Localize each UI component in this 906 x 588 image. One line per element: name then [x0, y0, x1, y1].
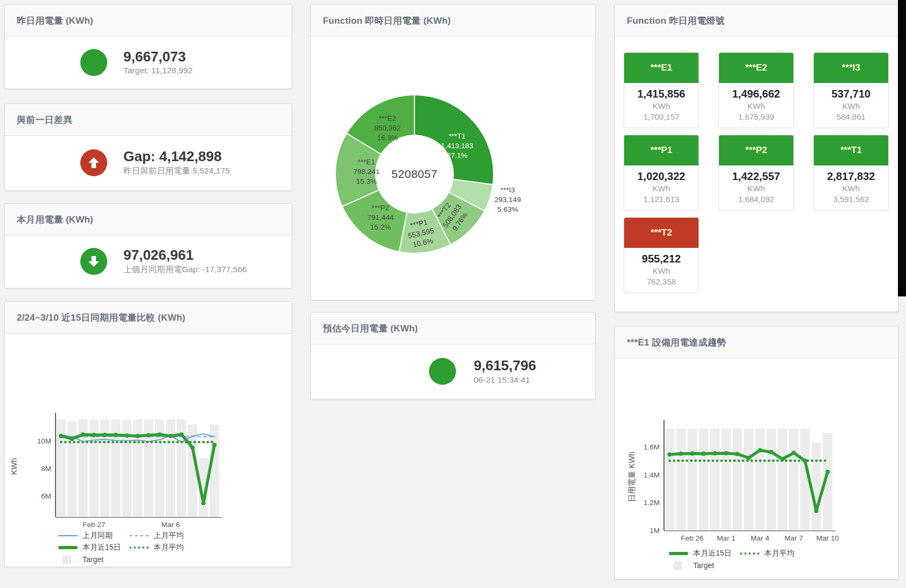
stat-value: 9,615,796 — [474, 358, 536, 373]
legend-item-green-thick[interactable]: 本月近15日 — [58, 543, 129, 552]
tile-value: 1,422,557 — [720, 169, 792, 183]
tile-status-header: ***E1 — [624, 53, 698, 83]
svg-text:6M: 6M — [41, 492, 51, 500]
svg-text:Mar 10: Mar 10 — [817, 534, 839, 542]
tile-value: 2,817,832 — [815, 169, 887, 183]
legend-item-gray-square[interactable]: Target — [669, 561, 740, 570]
panel-realtime-donut: Function 即時日用電量 (KWh) 5208057***T11,413,… — [310, 4, 596, 300]
panel-title: 與前一日差異 — [17, 114, 72, 126]
donut-segment-label-E2: ***E2850,36216.3% — [375, 114, 401, 142]
gray-square-swatch-icon — [674, 562, 682, 570]
red-up-arrow-icon — [80, 149, 107, 176]
stat-body: 9,615,796 06-21 15:34:41 — [311, 344, 595, 398]
tile-unit: KWh — [625, 183, 697, 194]
panel-header: 昨日用電量 (KWh) — [5, 5, 292, 37]
scrollbar[interactable] — [898, 0, 906, 296]
legend-item-green-thick[interactable]: 本月近15日 — [669, 549, 740, 558]
blue-line-swatch-icon — [58, 535, 78, 536]
gray-square-swatch-icon — [63, 556, 71, 564]
donut-segment-label-P1: ***P1553,59510.6% — [405, 217, 437, 250]
legend-item-gray-square[interactable]: Target — [58, 555, 129, 564]
lights-grid: ***E11,415,856KWh1,700,157***E21,496,662… — [624, 52, 889, 293]
stat-subtitle: Target: 11,128,992 — [123, 66, 192, 75]
tile-value: 1,496,662 — [720, 87, 792, 101]
tile-status-header: ***P2 — [719, 135, 793, 165]
legend-item-green-dots[interactable]: 本月平均 — [740, 549, 811, 558]
tile-status-header: ***I3 — [814, 53, 888, 83]
svg-text:Mar 4: Mar 4 — [751, 534, 770, 542]
stat-subtitle: 06-21 15:34:41 — [474, 375, 536, 385]
tile-value: 1,415,856 — [625, 87, 697, 101]
svg-text:1M: 1M — [649, 527, 660, 535]
svg-text:1.4M: 1.4M — [644, 471, 660, 479]
chart-body: 1M1.2M1.4M1.6MFeb 26Mar 1Mar 4Mar 7Mar 1… — [615, 358, 898, 579]
legend-item-blue-line[interactable]: 上月同期 — [58, 531, 129, 541]
stat-body: 9,667,073 Target: 11,128,992 — [5, 37, 292, 88]
tile-status-header: ***E2 — [719, 53, 793, 83]
svg-text:1.2M: 1.2M — [644, 499, 660, 507]
legend-label: 上月同期 — [82, 531, 113, 541]
stat-value: Gap: 4,142,898 — [123, 149, 230, 164]
tile-unit: KWh — [625, 266, 697, 276]
tile-status-header: ***T2 — [624, 218, 698, 248]
svg-text:Mar 6: Mar 6 — [161, 521, 180, 529]
light-tile-T2: ***T2955,212KWh762,358 — [624, 217, 699, 293]
stat-body: Gap: 4,142,898 昨日與前日用電量 5,524,175 — [5, 136, 292, 190]
panel-header: Function 昨日用電燈號 — [615, 5, 898, 37]
light-tile-E1: ***E11,415,856KWh1,700,157 — [624, 52, 699, 128]
legend-label: Target — [693, 561, 714, 570]
svg-text:10M: 10M — [37, 437, 51, 445]
panel-header: 本月用電量 (KWh) — [5, 204, 292, 236]
stat-value: 97,026,961 — [123, 247, 247, 263]
panel-yesterday-usage: 昨日用電量 (KWh) 9,667,073 Target: 11,128,992 — [4, 4, 292, 89]
tile-body: 955,212KWh762,358 — [624, 248, 698, 293]
e1-trend-line-chart: 1M1.2M1.4M1.6MFeb 26Mar 1Mar 4Mar 7Mar 1… — [615, 358, 898, 550]
light-tile-T1: ***T12,817,832KWh3,591,562 — [813, 135, 889, 211]
donut-chart: 5208057***T11,413,18327.1%***I3293,1495.… — [311, 5, 595, 300]
tile-value: 955,212 — [625, 252, 697, 266]
tile-value: 537,710 — [815, 87, 887, 101]
panel-gap-prev-day: 與前一日差異 Gap: 4,142,898 昨日與前日用電量 5,524,175 — [4, 103, 292, 191]
donut-segment-label-E1: ***E1798,24115.3% — [354, 157, 380, 186]
green-thick-swatch-icon — [58, 546, 78, 549]
stat-value: 9,667,073 — [123, 49, 192, 65]
donut-segment-label-P2: ***P2791,44415.2% — [368, 203, 394, 232]
legend-label: 本月平均 — [764, 549, 794, 558]
tile-target-value: 1,675,939 — [720, 112, 792, 122]
green-thick-swatch-icon — [669, 552, 688, 555]
tile-body: 2,817,832KWh3,591,562 — [814, 165, 888, 210]
green-dots-swatch-icon — [129, 547, 149, 549]
tile-body: 1,496,662KWh1,675,939 — [719, 83, 793, 128]
chart-body: 6M8M10MFeb 27Mar 6KWh 上月同期上月平均本月近15日本月平均… — [5, 334, 292, 567]
tile-value: 1,020,322 — [625, 169, 697, 183]
donut-segment-label-T1: ***T11,413,18327.1% — [441, 132, 473, 160]
svg-text:Mar 1: Mar 1 — [717, 534, 736, 542]
light-tile-P1: ***P11,020,322KWh1,121,613 — [624, 135, 699, 211]
panel-header: 2/24~3/10 近15日同期用電量比較 (KWh) — [5, 302, 292, 334]
svg-text:Mar 7: Mar 7 — [784, 534, 803, 542]
panel-header: 預估今日用電量 (KWh) — [311, 313, 595, 344]
donut-center-total: 5208057 — [391, 168, 437, 181]
chart-legend: 上月同期上月平均本月近15日本月平均Target — [58, 531, 200, 567]
panel-month-usage: 本月用電量 (KWh) 97,026,961 上個月同期用電Gap: -17,3… — [4, 203, 292, 288]
legend-item-blue-dash[interactable]: 上月平均 — [129, 531, 200, 541]
stat-subtitle: 上個月同期用電Gap: -17,377,566 — [123, 264, 247, 275]
tile-target-value: 1,121,613 — [625, 194, 697, 205]
legend-item-green-dots[interactable]: 本月平均 — [129, 543, 200, 552]
legend-label: 本月平均 — [154, 543, 184, 552]
panel-title: ***E1 設備用電達成趨勢 — [627, 336, 726, 349]
panel-yesterday-lights: Function 昨日用電燈號 ***E11,415,856KWh1,700,1… — [614, 4, 898, 312]
green-down-arrow-icon — [80, 248, 107, 275]
donut-separators — [336, 95, 493, 253]
panel-title: Function 即時日用電量 (KWh) — [323, 15, 451, 27]
panel-title: Function 昨日用電燈號 — [627, 15, 724, 27]
light-tile-E2: ***E21,496,662KWh1,675,939 — [718, 52, 794, 128]
svg-text:KWh: KWh — [10, 458, 18, 475]
stat-subtitle: 昨日與前日用電量 5,524,175 — [123, 165, 230, 177]
svg-text:Feb 26: Feb 26 — [681, 534, 703, 542]
panel-title: 本月用電量 (KWh) — [17, 213, 93, 226]
donut-segment-label-T2: ***T2508,0839.76% — [433, 197, 472, 236]
legend-label: Target — [82, 555, 103, 564]
donut-segment-label-I3: ***I3293,1495.63% — [495, 185, 521, 214]
tile-unit: KWh — [815, 101, 887, 112]
